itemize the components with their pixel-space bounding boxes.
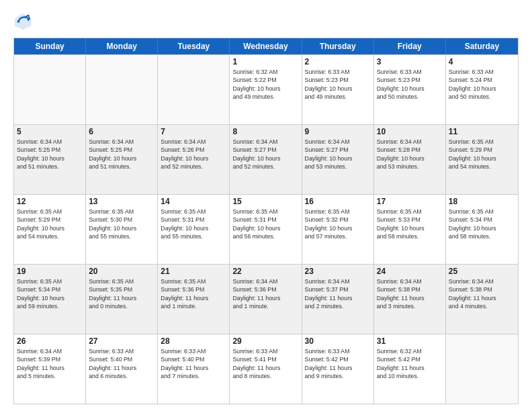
day-cell-13: 13Sunrise: 6:35 AM Sunset: 5:30 PM Dayli… [86, 195, 158, 264]
calendar-header: SundayMondayTuesdayWednesdayThursdayFrid… [14, 38, 518, 54]
day-cell-2: 2Sunrise: 6:33 AM Sunset: 5:23 PM Daylig… [302, 55, 374, 124]
empty-cell [86, 55, 158, 124]
day-cell-3: 3Sunrise: 6:33 AM Sunset: 5:23 PM Daylig… [374, 55, 446, 124]
day-info: Sunrise: 6:34 AM Sunset: 5:39 PM Dayligh… [17, 347, 83, 380]
day-number: 24 [377, 267, 443, 276]
day-cell-24: 24Sunrise: 6:34 AM Sunset: 5:38 PM Dayli… [374, 265, 446, 334]
day-number: 12 [17, 197, 83, 206]
day-number: 29 [232, 336, 298, 346]
day-number: 27 [89, 336, 154, 346]
day-cell-27: 27Sunrise: 6:33 AM Sunset: 5:40 PM Dayli… [86, 334, 158, 404]
day-info: Sunrise: 6:34 AM Sunset: 5:25 PM Dayligh… [17, 138, 83, 171]
day-number: 21 [161, 267, 226, 276]
day-cell-26: 26Sunrise: 6:34 AM Sunset: 5:39 PM Dayli… [14, 334, 86, 404]
day-cell-25: 25Sunrise: 6:34 AM Sunset: 5:38 PM Dayli… [446, 265, 518, 334]
day-cell-17: 17Sunrise: 6:35 AM Sunset: 5:33 PM Dayli… [374, 195, 446, 264]
day-cell-31: 31Sunrise: 6:32 AM Sunset: 5:42 PM Dayli… [374, 334, 446, 404]
day-info: Sunrise: 6:34 AM Sunset: 5:38 PM Dayligh… [449, 277, 515, 310]
day-cell-23: 23Sunrise: 6:34 AM Sunset: 5:37 PM Dayli… [302, 265, 374, 334]
header-day-sunday: Sunday [14, 38, 86, 54]
day-cell-4: 4Sunrise: 6:33 AM Sunset: 5:24 PM Daylig… [446, 55, 518, 124]
day-cell-10: 10Sunrise: 6:34 AM Sunset: 5:28 PM Dayli… [374, 125, 446, 194]
logo [13, 12, 35, 31]
calendar: SundayMondayTuesdayWednesdayThursdayFrid… [13, 38, 519, 404]
day-number: 2 [305, 57, 371, 66]
header-day-thursday: Thursday [302, 38, 374, 54]
day-info: Sunrise: 6:34 AM Sunset: 5:27 PM Dayligh… [305, 138, 371, 171]
day-info: Sunrise: 6:33 AM Sunset: 5:42 PM Dayligh… [305, 347, 371, 380]
calendar-row-0: 1Sunrise: 6:32 AM Sunset: 5:22 PM Daylig… [14, 54, 518, 124]
day-number: 20 [89, 267, 154, 276]
day-cell-15: 15Sunrise: 6:35 AM Sunset: 5:31 PM Dayli… [230, 195, 302, 264]
header-day-monday: Monday [86, 38, 158, 54]
day-cell-22: 22Sunrise: 6:34 AM Sunset: 5:36 PM Dayli… [230, 265, 302, 334]
day-cell-30: 30Sunrise: 6:33 AM Sunset: 5:42 PM Dayli… [302, 334, 374, 404]
day-info: Sunrise: 6:35 AM Sunset: 5:30 PM Dayligh… [89, 208, 154, 240]
day-cell-19: 19Sunrise: 6:35 AM Sunset: 5:34 PM Dayli… [14, 265, 86, 334]
day-number: 7 [161, 127, 226, 136]
day-info: Sunrise: 6:33 AM Sunset: 5:40 PM Dayligh… [161, 347, 226, 380]
day-cell-5: 5Sunrise: 6:34 AM Sunset: 5:25 PM Daylig… [14, 125, 86, 194]
day-info: Sunrise: 6:33 AM Sunset: 5:41 PM Dayligh… [232, 347, 298, 380]
day-number: 19 [17, 267, 83, 276]
day-number: 16 [305, 197, 371, 206]
day-number: 11 [449, 127, 515, 136]
day-cell-29: 29Sunrise: 6:33 AM Sunset: 5:41 PM Dayli… [230, 334, 302, 404]
calendar-row-2: 12Sunrise: 6:35 AM Sunset: 5:29 PM Dayli… [14, 194, 518, 264]
day-cell-8: 8Sunrise: 6:34 AM Sunset: 5:27 PM Daylig… [230, 125, 302, 194]
day-info: Sunrise: 6:35 AM Sunset: 5:36 PM Dayligh… [161, 277, 226, 310]
day-number: 10 [377, 127, 443, 136]
calendar-row-3: 19Sunrise: 6:35 AM Sunset: 5:34 PM Dayli… [14, 264, 518, 334]
day-cell-11: 11Sunrise: 6:35 AM Sunset: 5:29 PM Dayli… [446, 125, 518, 194]
day-number: 3 [377, 57, 443, 66]
svg-point-1 [17, 20, 20, 23]
day-number: 5 [17, 127, 83, 136]
day-cell-7: 7Sunrise: 6:34 AM Sunset: 5:26 PM Daylig… [158, 125, 230, 194]
day-info: Sunrise: 6:32 AM Sunset: 5:42 PM Dayligh… [377, 347, 443, 380]
day-number: 17 [377, 197, 443, 206]
day-number: 26 [17, 336, 83, 346]
day-info: Sunrise: 6:35 AM Sunset: 5:34 PM Dayligh… [17, 277, 83, 310]
header-day-friday: Friday [374, 38, 446, 54]
day-info: Sunrise: 6:35 AM Sunset: 5:32 PM Dayligh… [305, 208, 371, 240]
day-info: Sunrise: 6:34 AM Sunset: 5:28 PM Dayligh… [377, 138, 443, 171]
day-info: Sunrise: 6:34 AM Sunset: 5:38 PM Dayligh… [377, 277, 443, 310]
day-number: 23 [305, 267, 371, 276]
day-number: 15 [232, 197, 298, 206]
day-number: 8 [232, 127, 298, 136]
day-cell-1: 1Sunrise: 6:32 AM Sunset: 5:22 PM Daylig… [230, 55, 302, 124]
day-info: Sunrise: 6:34 AM Sunset: 5:27 PM Dayligh… [232, 138, 298, 171]
day-info: Sunrise: 6:34 AM Sunset: 5:26 PM Dayligh… [161, 138, 226, 171]
day-number: 22 [232, 267, 298, 276]
day-info: Sunrise: 6:34 AM Sunset: 5:37 PM Dayligh… [305, 277, 371, 310]
day-info: Sunrise: 6:33 AM Sunset: 5:23 PM Dayligh… [305, 68, 371, 101]
day-number: 1 [232, 57, 298, 66]
day-number: 31 [377, 336, 443, 346]
day-info: Sunrise: 6:35 AM Sunset: 5:31 PM Dayligh… [161, 208, 226, 240]
day-cell-20: 20Sunrise: 6:35 AM Sunset: 5:35 PM Dayli… [86, 265, 158, 334]
calendar-body: 1Sunrise: 6:32 AM Sunset: 5:22 PM Daylig… [14, 54, 518, 404]
day-cell-18: 18Sunrise: 6:35 AM Sunset: 5:34 PM Dayli… [446, 195, 518, 264]
empty-cell [14, 55, 86, 124]
day-info: Sunrise: 6:33 AM Sunset: 5:24 PM Dayligh… [449, 68, 515, 101]
day-cell-6: 6Sunrise: 6:34 AM Sunset: 5:25 PM Daylig… [86, 125, 158, 194]
day-cell-12: 12Sunrise: 6:35 AM Sunset: 5:29 PM Dayli… [14, 195, 86, 264]
day-number: 13 [89, 197, 154, 206]
day-info: Sunrise: 6:34 AM Sunset: 5:25 PM Dayligh… [89, 138, 154, 171]
day-number: 25 [449, 267, 515, 276]
day-info: Sunrise: 6:32 AM Sunset: 5:22 PM Dayligh… [232, 68, 298, 101]
day-info: Sunrise: 6:35 AM Sunset: 5:33 PM Dayligh… [377, 208, 443, 240]
empty-cell [158, 55, 230, 124]
day-number: 28 [161, 336, 226, 346]
day-cell-16: 16Sunrise: 6:35 AM Sunset: 5:32 PM Dayli… [302, 195, 374, 264]
day-info: Sunrise: 6:35 AM Sunset: 5:29 PM Dayligh… [449, 138, 515, 171]
day-number: 14 [161, 197, 226, 206]
day-info: Sunrise: 6:35 AM Sunset: 5:35 PM Dayligh… [89, 277, 154, 310]
day-info: Sunrise: 6:35 AM Sunset: 5:31 PM Dayligh… [232, 208, 298, 240]
day-number: 30 [305, 336, 371, 346]
day-number: 6 [89, 127, 154, 136]
day-info: Sunrise: 6:35 AM Sunset: 5:29 PM Dayligh… [17, 208, 83, 240]
day-info: Sunrise: 6:33 AM Sunset: 5:40 PM Dayligh… [89, 347, 154, 380]
day-cell-28: 28Sunrise: 6:33 AM Sunset: 5:40 PM Dayli… [158, 334, 230, 404]
day-cell-9: 9Sunrise: 6:34 AM Sunset: 5:27 PM Daylig… [302, 125, 374, 194]
